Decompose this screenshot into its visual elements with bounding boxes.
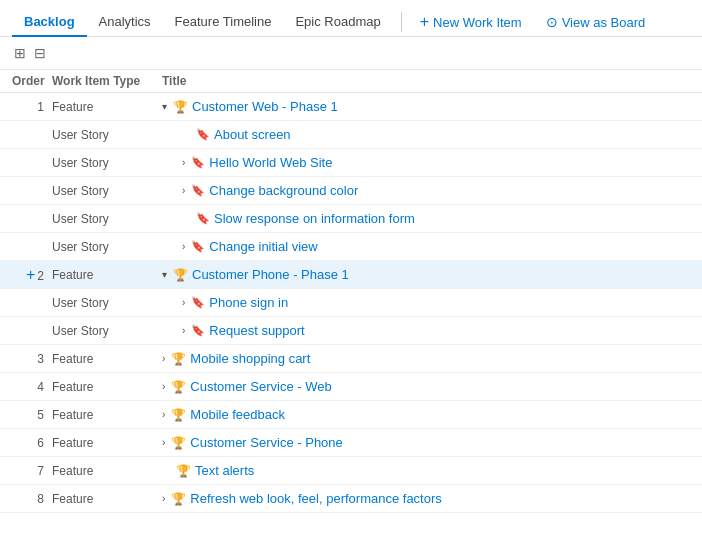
cell-order: 3 (12, 352, 52, 366)
cell-title: ›🏆Mobile shopping cart (162, 351, 690, 366)
chevron-icon[interactable]: › (182, 185, 185, 196)
view-as-board-label: View as Board (562, 15, 646, 30)
cell-order: 1 (12, 100, 52, 114)
cell-type: User Story (52, 212, 162, 226)
title-text[interactable]: Change background color (209, 183, 358, 198)
chevron-icon[interactable]: › (182, 241, 185, 252)
nav-bar: Backlog Analytics Feature Timeline Epic … (0, 0, 702, 37)
collapse-icon[interactable]: ⊟ (32, 43, 48, 63)
title-text[interactable]: Customer Phone - Phase 1 (192, 267, 349, 282)
chevron-icon[interactable]: › (162, 437, 165, 448)
cell-title: 🔖Slow response on information form (162, 211, 690, 226)
cell-title: ›🔖Change initial view (162, 239, 690, 254)
trophy-icon: 🏆 (173, 100, 188, 114)
cell-title: ›🏆Customer Service - Phone (162, 435, 690, 450)
table-row: 8Feature›🏆Refresh web look, feel, perfor… (0, 485, 702, 513)
cell-type: Feature (52, 464, 162, 478)
cell-title: ›🏆Refresh web look, feel, performance fa… (162, 491, 690, 506)
title-text[interactable]: Customer Web - Phase 1 (192, 99, 338, 114)
cell-order: 7 (12, 464, 52, 478)
table-row: User Story›🔖Change background color (0, 177, 702, 205)
story-icon: 🔖 (191, 240, 205, 253)
plus-icon: + (420, 13, 429, 31)
backlog-table: 1Feature▾🏆Customer Web - Phase 1User Sto… (0, 93, 702, 513)
story-icon: 🔖 (191, 296, 205, 309)
new-work-item-label: New Work Item (433, 15, 522, 30)
cell-type: Feature (52, 408, 162, 422)
table-row: User Story›🔖Change initial view (0, 233, 702, 261)
nav-analytics[interactable]: Analytics (87, 8, 163, 37)
title-text[interactable]: Slow response on information form (214, 211, 415, 226)
cell-title: ›🔖Request support (162, 323, 690, 338)
title-text[interactable]: About screen (214, 127, 291, 142)
nav-epic-roadmap[interactable]: Epic Roadmap (283, 8, 392, 37)
story-icon: 🔖 (191, 156, 205, 169)
nav-divider (401, 12, 402, 32)
title-text[interactable]: Customer Service - Web (190, 379, 331, 394)
title-text[interactable]: Customer Service - Phone (190, 435, 342, 450)
table-row: 1Feature▾🏆Customer Web - Phase 1 (0, 93, 702, 121)
nav-backlog[interactable]: Backlog (12, 8, 87, 37)
title-text[interactable]: Mobile shopping cart (190, 351, 310, 366)
cell-type: Feature (52, 436, 162, 450)
cell-order: 5 (12, 408, 52, 422)
cell-title: ▾🏆Customer Phone - Phase 1 (162, 267, 690, 282)
chevron-icon[interactable]: ▾ (162, 269, 167, 280)
row-plus-icon[interactable]: + (26, 266, 35, 283)
cell-type: User Story (52, 128, 162, 142)
title-text[interactable]: Text alerts (195, 463, 254, 478)
chevron-icon[interactable]: › (182, 325, 185, 336)
cell-type: User Story (52, 156, 162, 170)
table-row: 6Feature›🏆Customer Service - Phone (0, 429, 702, 457)
cell-title: ›🏆Mobile feedback (162, 407, 690, 422)
chevron-icon[interactable]: › (162, 493, 165, 504)
trophy-icon: 🏆 (171, 408, 186, 422)
story-icon: 🔖 (191, 324, 205, 337)
title-text[interactable]: Refresh web look, feel, performance fact… (190, 491, 441, 506)
col-title-header: Title (162, 74, 690, 88)
title-text[interactable]: Mobile feedback (190, 407, 285, 422)
cell-type: Feature (52, 100, 162, 114)
board-icon: ⊙ (546, 14, 558, 30)
chevron-icon[interactable]: ▾ (162, 101, 167, 112)
chevron-icon[interactable]: › (162, 353, 165, 364)
cell-order: 4 (12, 380, 52, 394)
table-row: User Story›🔖Request support (0, 317, 702, 345)
trophy-icon: 🏆 (171, 352, 186, 366)
toolbar: ⊞ ⊟ (0, 37, 702, 70)
cell-type: User Story (52, 324, 162, 338)
nav-feature-timeline[interactable]: Feature Timeline (163, 8, 284, 37)
cell-title: ›🔖Phone sign in (162, 295, 690, 310)
table-row: 3Feature›🏆Mobile shopping cart (0, 345, 702, 373)
cell-order: 8 (12, 492, 52, 506)
chevron-icon[interactable]: › (182, 297, 185, 308)
trophy-icon: 🏆 (171, 380, 186, 394)
cell-order: 6 (12, 436, 52, 450)
chevron-icon[interactable]: › (182, 157, 185, 168)
title-text[interactable]: Request support (209, 323, 304, 338)
view-as-board-button[interactable]: ⊙ View as Board (536, 10, 656, 34)
cell-type: Feature (52, 352, 162, 366)
column-headers: Order Work Item Type Title (0, 70, 702, 93)
title-text[interactable]: Change initial view (209, 239, 317, 254)
table-row: 7Feature🏆Text alerts (0, 457, 702, 485)
chevron-icon[interactable]: › (162, 381, 165, 392)
cell-type: User Story (52, 296, 162, 310)
cell-type: Feature (52, 268, 162, 282)
table-row: 5Feature›🏆Mobile feedback (0, 401, 702, 429)
cell-type: Feature (52, 492, 162, 506)
title-text[interactable]: Hello World Web Site (209, 155, 332, 170)
chevron-icon[interactable]: › (162, 409, 165, 420)
cell-type: User Story (52, 184, 162, 198)
cell-type: Feature (52, 380, 162, 394)
expand-icon[interactable]: ⊞ (12, 43, 28, 63)
new-work-item-button[interactable]: + New Work Item (410, 9, 532, 35)
cell-type: User Story (52, 240, 162, 254)
story-icon: 🔖 (196, 212, 210, 225)
table-row: +2Feature▾🏆Customer Phone - Phase 1 (0, 261, 702, 289)
cell-title: ›🔖Hello World Web Site (162, 155, 690, 170)
table-row: User Story›🔖Hello World Web Site (0, 149, 702, 177)
title-text[interactable]: Phone sign in (209, 295, 288, 310)
trophy-icon: 🏆 (171, 492, 186, 506)
col-type-header: Work Item Type (52, 74, 162, 88)
